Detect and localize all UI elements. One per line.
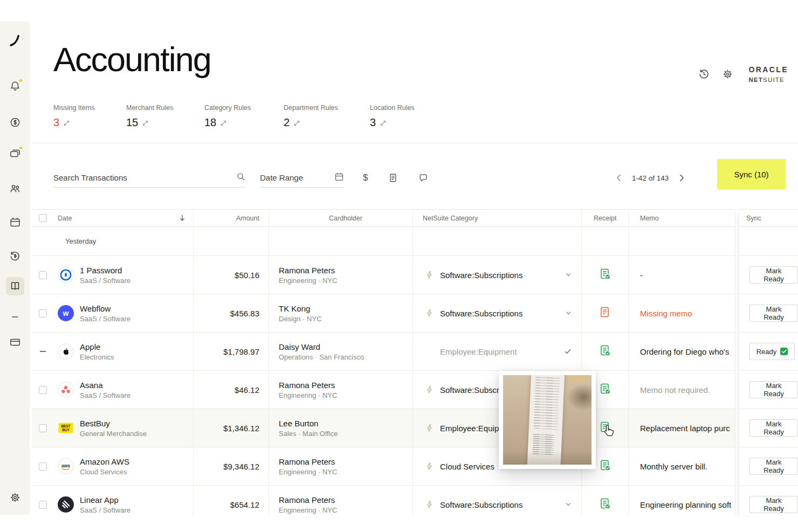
stat-location-rules[interactable]: Location Rules 3 <box>370 104 443 129</box>
col-cardholder: Cardholder <box>329 215 362 222</box>
mark-ready-label: Mark Ready <box>755 458 792 474</box>
mark-ready-button[interactable]: Mark Ready <box>749 458 798 475</box>
chevron-down-icon[interactable] <box>565 310 572 316</box>
section-divider <box>32 143 798 143</box>
expand-icon[interactable] <box>380 116 386 129</box>
receipt-cell[interactable] <box>582 256 629 294</box>
billing-card-icon[interactable] <box>6 333 24 351</box>
transaction-row[interactable]: wWebflowSaaS / Software$456.83TK KongDes… <box>32 294 735 333</box>
sync-button[interactable]: Sync (10) <box>717 159 786 190</box>
chevron-down-icon[interactable] <box>565 501 572 508</box>
row-select-cell[interactable] <box>32 447 53 485</box>
row-indeterminate-mark <box>40 351 46 352</box>
netsuite-category-cell[interactable]: Software:Subscriptions <box>413 256 582 294</box>
amount-value: $1,798.97 <box>223 347 259 356</box>
mark-ready-button[interactable]: Mark Ready <box>749 266 798 284</box>
stat-missing-items[interactable]: Missing Items 3 <box>53 104 126 129</box>
prev-page-icon[interactable] <box>616 174 621 182</box>
merchant-name: BestBuy <box>80 419 147 428</box>
date-range-filter[interactable]: Date Range <box>260 168 344 188</box>
date-group-row: Yesterday <box>32 227 735 256</box>
amount-cell: $456.83 <box>194 294 269 332</box>
stat-value: 2 <box>284 116 290 129</box>
memo-cell[interactable]: Monthly server bill. <box>629 447 735 485</box>
receipt-attached-icon[interactable] <box>599 459 611 473</box>
row-select-cell[interactable] <box>32 294 53 332</box>
search-field[interactable] <box>53 168 246 188</box>
mark-ready-button[interactable]: Mark Ready <box>749 496 798 513</box>
search-input[interactable] <box>53 173 236 182</box>
receipt-cell[interactable] <box>582 294 629 332</box>
row-select-cell[interactable] <box>32 409 53 447</box>
receipt-attached-icon[interactable] <box>599 498 611 512</box>
memo-cell[interactable]: Replacement laptop purc <box>629 409 735 447</box>
netsuite-category-cell[interactable]: Software:Subscriptions <box>413 294 582 332</box>
netsuite-category-cell[interactable]: Software:Subscriptions <box>413 486 582 515</box>
netsuite-category-cell[interactable]: Employee:Equipment <box>413 333 582 370</box>
chevron-down-icon[interactable] <box>565 272 572 278</box>
memo-cell[interactable]: - <box>629 256 735 294</box>
row-select-cell[interactable] <box>32 333 53 370</box>
notifications-bell-icon[interactable] <box>6 77 24 95</box>
row-checkbox[interactable] <box>39 271 47 279</box>
sync-history-icon[interactable] <box>698 68 710 80</box>
transaction-row[interactable]: AppleElectronics$1,798.97Daisy WardOpera… <box>32 333 735 371</box>
receipt-attached-icon[interactable] <box>599 421 611 435</box>
row-select-cell[interactable] <box>32 371 53 409</box>
receipt-attached-icon[interactable] <box>599 268 611 282</box>
row-select-cell[interactable] <box>32 256 53 294</box>
category-value: Employee:Equipment <box>440 347 517 356</box>
memo-cell[interactable]: Ordering for Diego who's <box>629 333 735 370</box>
settings-gear-icon[interactable] <box>721 68 733 80</box>
sort-descending-icon[interactable] <box>179 215 185 222</box>
expand-icon[interactable] <box>142 116 148 129</box>
receipt-warning-icon[interactable] <box>599 306 611 320</box>
memo-cell[interactable]: Engineering planning soft <box>629 486 735 515</box>
row-select-cell[interactable] <box>32 486 53 515</box>
amount-filter-icon[interactable]: $ <box>363 172 368 183</box>
people-icon[interactable] <box>6 179 24 198</box>
ready-button[interactable]: Ready <box>749 343 795 360</box>
expand-icon[interactable] <box>221 116 226 129</box>
collapsed-item-dash-icon[interactable] <box>6 308 24 326</box>
col-sync: Sync <box>739 209 798 227</box>
transaction-row[interactable]: awsAmazon AWSCloud Services$9,346.12Ramo… <box>32 447 735 486</box>
expand-icon[interactable] <box>64 116 70 129</box>
cardholder-dept-location: Design · NYC <box>279 315 321 323</box>
receipt-attached-icon[interactable] <box>599 344 611 358</box>
select-all-checkbox[interactable] <box>39 214 47 222</box>
row-checkbox[interactable] <box>39 424 47 432</box>
receipt-filter-icon[interactable] <box>388 173 398 183</box>
stat-category-rules[interactable]: Category Rules 18 <box>204 104 284 129</box>
accounting-book-icon[interactable] <box>6 277 24 295</box>
row-checkbox[interactable] <box>39 501 47 509</box>
row-checkbox[interactable] <box>39 386 47 394</box>
transaction-row[interactable]: BESTBUYBestBuyGeneral Merchandise$1,346.… <box>32 409 735 447</box>
memo-cell[interactable]: Missing memo <box>629 294 735 332</box>
stat-department-rules[interactable]: Department Rules 2 <box>284 104 370 129</box>
search-icon <box>236 172 246 184</box>
next-page-icon[interactable] <box>679 174 684 182</box>
cards-icon[interactable] <box>6 144 24 163</box>
mark-ready-button[interactable]: Mark Ready <box>749 381 798 398</box>
spend-icon[interactable] <box>6 113 24 132</box>
bills-icon[interactable] <box>6 213 24 232</box>
ramp-logo-icon[interactable] <box>6 31 24 50</box>
transaction-row[interactable]: Linear AppSaaS / Software$654.12Ramona P… <box>32 486 735 515</box>
memo-cell[interactable]: Memo not required. <box>629 371 735 409</box>
mark-ready-button[interactable]: Mark Ready <box>749 419 798 437</box>
transaction-row[interactable]: AsanaSaaS / Software$46.12Ramona PetersE… <box>32 371 735 409</box>
receipt-attached-icon[interactable] <box>599 383 611 397</box>
transaction-row[interactable]: 1 PasswordSaaS / Software$50.16Ramona Pe… <box>32 256 735 294</box>
sidebar-settings-gear-icon[interactable] <box>6 488 24 507</box>
reimbursements-icon[interactable] <box>6 247 24 265</box>
receipt-cell[interactable] <box>582 333 629 370</box>
row-checkbox[interactable] <box>39 309 47 317</box>
memo-filter-icon[interactable] <box>418 173 428 183</box>
mark-ready-button[interactable]: Mark Ready <box>749 305 798 322</box>
stat-merchant-rules[interactable]: Merchant Rules 15 <box>126 104 204 129</box>
expand-icon[interactable] <box>294 116 300 129</box>
row-checkbox[interactable] <box>39 462 47 471</box>
receipt-cell[interactable] <box>582 486 629 515</box>
merchant-type: SaaS / Software <box>80 315 130 323</box>
